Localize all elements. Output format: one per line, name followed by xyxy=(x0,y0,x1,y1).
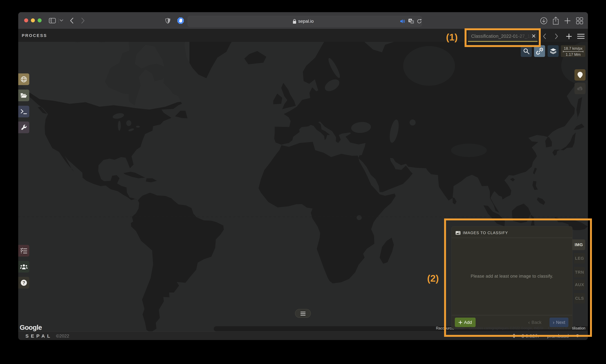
svg-text:?: ? xyxy=(22,280,25,285)
svg-text:文: 文 xyxy=(411,21,413,23)
